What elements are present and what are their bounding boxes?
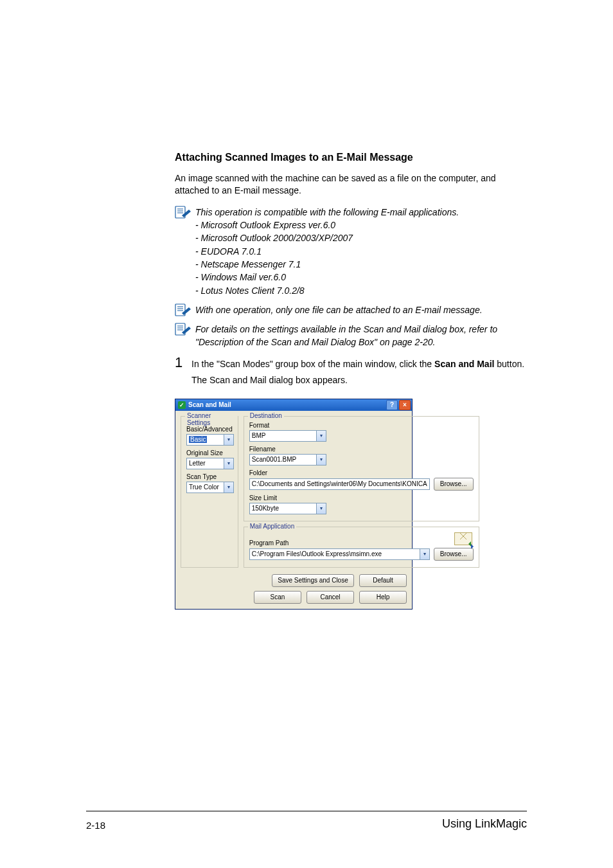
step-text: In the "Scan Modes" group box of the mai…	[191, 356, 529, 371]
browse-program-button[interactable]: Browse...	[434, 548, 474, 561]
filename-label: Filename	[249, 446, 474, 453]
note-text: With one operation, only one file can be…	[195, 303, 529, 316]
note-compatibility: This operation is compatible with the fo…	[175, 206, 529, 297]
note-text: This operation is compatible with the fo…	[195, 206, 529, 297]
chevron-down-icon: ▾	[316, 455, 326, 465]
note-lead: This operation is compatible with the fo…	[195, 207, 459, 217]
format-combo[interactable]: BMP ▾	[249, 430, 326, 442]
destination-group: Destination Format BMP ▾ Filename Scan00…	[244, 416, 479, 521]
note-text: For details on the settings available in…	[195, 323, 529, 349]
page: Attaching Scanned Images to an E-Mail Me…	[0, 0, 613, 868]
basic-advanced-label: Basic/Advanced	[186, 426, 233, 433]
chevron-down-icon: ▾	[316, 503, 326, 514]
mail-icon	[454, 532, 474, 548]
destination-legend: Destination	[248, 412, 284, 419]
section-title: Attaching Scanned Images to an E-Mail Me…	[175, 152, 529, 163]
content-column: Attaching Scanned Images to an E-Mail Me…	[175, 152, 529, 610]
intro-paragraph: An image scanned with the machine can be…	[175, 172, 529, 197]
step-after: button.	[494, 359, 524, 369]
button-row-1: Save Settings and Close Default	[175, 570, 412, 587]
step-number: 1	[175, 356, 190, 371]
scan-type-combo[interactable]: True Color ▾	[186, 482, 234, 493]
scan-type-label: Scan Type	[186, 473, 233, 480]
sizelimit-label: Size Limit	[249, 494, 474, 502]
compat-item: - Windows Mail ver.6.0	[195, 271, 529, 284]
compat-item: - Lotus Notes Client 7.0.2/8	[195, 284, 529, 297]
scan-type-value: True Color	[187, 484, 224, 491]
page-number: 2-18	[86, 820, 105, 831]
scanner-settings-legend: Scanner Settings	[185, 412, 238, 426]
chevron-down-icon: ▾	[316, 431, 326, 441]
format-label: Format	[249, 422, 474, 429]
browse-folder-button[interactable]: Browse...	[434, 478, 474, 491]
compat-item: - Netscape Messenger 7.1	[195, 258, 529, 271]
format-value: BMP	[250, 432, 316, 439]
default-button[interactable]: Default	[359, 574, 407, 587]
filename-value: Scan0001.BMP	[250, 456, 316, 463]
close-button[interactable]: ×	[399, 400, 411, 410]
compat-item: - Microsoft Outlook Express ver.6.0	[195, 219, 529, 231]
scan-and-mail-dialog: ✓ Scan and Mail ? × Scanner Settings Bas…	[175, 399, 413, 610]
scan-button[interactable]: Scan	[254, 591, 301, 604]
app-icon: ✓	[178, 401, 186, 409]
folder-label: Folder	[249, 469, 474, 476]
note-icon	[175, 303, 191, 316]
footer-rule	[86, 811, 527, 811]
program-path-value: C:\Program Files\Outlook Express\msimn.e…	[250, 550, 420, 557]
program-path-label: Program Path	[249, 539, 450, 547]
cancel-button[interactable]: Cancel	[306, 591, 354, 604]
mail-application-group: Mail Application Program Path	[244, 527, 479, 568]
compat-item: - EUDORA 7.0.1	[195, 245, 529, 258]
chevron-down-icon: ▾	[420, 549, 429, 559]
program-path-combo[interactable]: C:\Program Files\Outlook Express\msimn.e…	[249, 548, 430, 560]
sizelimit-combo[interactable]: 150Kbyte ▾	[249, 503, 326, 514]
folder-field[interactable]: C:\Documents and Settings\winter06\My Do…	[249, 478, 430, 490]
mail-application-legend: Mail Application	[248, 523, 296, 530]
dialog-title: Scan and Mail	[188, 401, 385, 408]
button-row-2: Scan Cancel Help	[175, 587, 412, 609]
dialog-body: Scanner Settings Basic/Advanced Basic ▾ …	[175, 411, 412, 570]
footer-section: Using LinkMagic	[442, 817, 527, 831]
step-before: In the "Scan Modes" group box of the mai…	[191, 359, 434, 369]
step-bold: Scan and Mail	[434, 359, 494, 369]
chevron-down-icon: ▾	[224, 458, 233, 469]
compat-item: - Microsoft Outlook 2000/2003/XP/2007	[195, 231, 529, 244]
basic-advanced-value: Basic	[189, 436, 207, 443]
right-column: Destination Format BMP ▾ Filename Scan00…	[244, 416, 479, 568]
filename-combo[interactable]: Scan0001.BMP ▾	[249, 454, 326, 466]
original-size-label: Original Size	[186, 449, 233, 457]
note-onefile: With one operation, only one file can be…	[175, 303, 529, 316]
sizelimit-value: 150Kbyte	[250, 505, 316, 512]
note-details: For details on the settings available in…	[175, 323, 529, 349]
chevron-down-icon: ▾	[224, 482, 233, 493]
original-size-value: Letter	[187, 460, 224, 467]
help-titlebar-button[interactable]: ?	[386, 400, 398, 410]
step-1: 1 In the "Scan Modes" group box of the m…	[175, 356, 529, 371]
step-result: The Scan and Mail dialog box appears.	[191, 374, 529, 387]
basic-advanced-combo[interactable]: Basic ▾	[186, 434, 234, 446]
chevron-down-icon: ▾	[224, 435, 233, 445]
help-button[interactable]: Help	[359, 591, 407, 604]
save-settings-close-button[interactable]: Save Settings and Close	[272, 574, 354, 587]
note-icon	[175, 206, 191, 297]
original-size-combo[interactable]: Letter ▾	[186, 458, 234, 469]
scanner-settings-group: Scanner Settings Basic/Advanced Basic ▾ …	[181, 416, 238, 568]
dialog-titlebar: ✓ Scan and Mail ? ×	[175, 399, 412, 411]
note-icon	[175, 323, 191, 349]
